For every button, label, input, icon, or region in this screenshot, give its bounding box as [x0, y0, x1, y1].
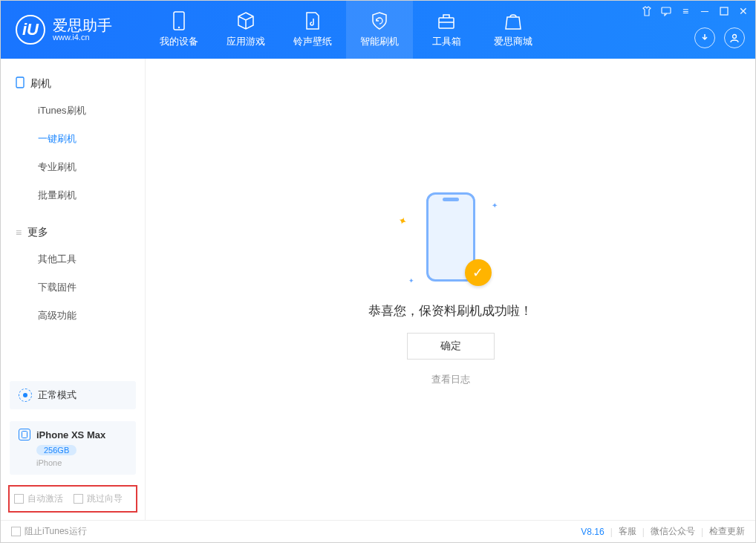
close-button[interactable]: ✕	[737, 5, 749, 17]
tab-apps-games[interactable]: 应用游戏	[212, 1, 279, 59]
sparkle-icon: ✦	[492, 201, 498, 209]
version-label: V8.16	[581, 527, 604, 537]
sidebar-group-flash: 刷机	[1, 71, 145, 97]
device-box[interactable]: iPhone XS Max 256GB iPhone	[10, 421, 136, 475]
header: iU 爱思助手 www.i4.cn 我的设备 应用游戏 铃声壁纸 智能刷机 工具…	[1, 1, 755, 59]
device-type: iPhone	[36, 458, 127, 467]
mode-label: 正常模式	[38, 388, 76, 402]
ok-button[interactable]: 确定	[407, 333, 495, 360]
sidebar-item-other-tools[interactable]: 其他工具	[1, 245, 145, 273]
success-message: 恭喜您，保资料刷机成功啦！	[368, 302, 532, 319]
checkbox-label: 跳过向导	[87, 492, 123, 505]
sidebar: 刷机 iTunes刷机 一键刷机 专业刷机 批量刷机 ≡ 更多 其他工具 下载固…	[1, 59, 146, 520]
tab-ringtone-wallpaper[interactable]: 铃声壁纸	[279, 1, 346, 59]
download-button[interactable]	[694, 27, 715, 48]
sparkle-icon: ✦	[396, 213, 408, 227]
support-link[interactable]: 客服	[619, 525, 636, 538]
checkbox-auto-activate[interactable]: 自动激活	[14, 492, 63, 505]
minimize-button[interactable]: ─	[699, 5, 711, 17]
nav-tabs: 我的设备 应用游戏 铃声壁纸 智能刷机 工具箱 爱思商城	[146, 1, 547, 59]
svg-rect-4	[720, 7, 728, 15]
checkbox-label: 自动激活	[27, 492, 63, 505]
shield-refresh-icon	[370, 11, 389, 30]
success-check-icon: ✓	[465, 259, 492, 286]
checkbox-label: 阻止iTunes运行	[25, 525, 87, 538]
options-highlight-box: 自动激活 跳过向导	[8, 485, 137, 513]
tshirt-icon[interactable]	[641, 5, 653, 17]
device-name: iPhone XS Max	[36, 429, 105, 440]
tab-label: 爱思商城	[494, 35, 532, 48]
tab-label: 我的设备	[160, 35, 198, 48]
cube-icon	[236, 11, 255, 30]
group-title: 更多	[27, 226, 48, 239]
checkbox-icon	[74, 494, 83, 504]
user-button[interactable]	[724, 27, 745, 48]
tab-toolbox[interactable]: 工具箱	[413, 1, 480, 59]
svg-rect-2	[439, 18, 454, 28]
svg-rect-3	[662, 7, 671, 13]
bag-icon	[504, 11, 523, 30]
tab-label: 智能刷机	[360, 35, 399, 48]
mode-box[interactable]: 正常模式	[10, 381, 136, 409]
app-url: www.i4.cn	[53, 33, 112, 42]
svg-point-5	[733, 35, 737, 39]
tab-label: 应用游戏	[227, 35, 265, 48]
success-illustration: ✦ ✦ ✦ ✓	[388, 192, 514, 289]
app-name: 爱思助手	[53, 18, 112, 33]
app-logo-icon: iU	[16, 15, 45, 45]
device-small-icon	[19, 429, 30, 440]
header-circle-buttons	[694, 27, 745, 48]
toolbox-icon	[437, 11, 456, 30]
phone-icon	[169, 11, 189, 30]
menu-icon[interactable]: ≡	[680, 5, 691, 17]
footer: 阻止iTunes运行 V8.16 | 客服 | 微信公众号 | 检查更新	[1, 520, 755, 542]
sidebar-item-pro-flash[interactable]: 专业刷机	[1, 153, 145, 181]
tab-store[interactable]: 爱思商城	[480, 1, 547, 59]
list-icon: ≡	[16, 227, 22, 238]
sidebar-item-advanced[interactable]: 高级功能	[1, 302, 145, 330]
checkbox-icon	[11, 527, 21, 536]
maximize-button[interactable]	[718, 5, 730, 17]
window-controls: ≡ ─ ✕	[641, 5, 749, 17]
sidebar-item-one-click-flash[interactable]: 一键刷机	[1, 125, 145, 153]
checkbox-icon	[14, 494, 24, 504]
tab-label: 工具箱	[432, 35, 461, 48]
svg-rect-7	[22, 432, 27, 438]
sidebar-item-batch-flash[interactable]: 批量刷机	[1, 181, 145, 209]
wechat-link[interactable]: 微信公众号	[651, 525, 695, 538]
feedback-icon[interactable]	[660, 5, 672, 17]
svg-rect-6	[16, 77, 24, 88]
view-log-link[interactable]: 查看日志	[431, 373, 470, 386]
tab-my-device[interactable]: 我的设备	[146, 1, 212, 59]
main-content: ✦ ✦ ✦ ✓ 恭喜您，保资料刷机成功啦！ 确定 查看日志	[146, 59, 755, 520]
check-update-link[interactable]: 检查更新	[709, 525, 745, 538]
svg-point-1	[178, 27, 180, 28]
logo-area: iU 爱思助手 www.i4.cn	[1, 15, 146, 45]
sparkle-icon: ✦	[408, 277, 414, 284]
device-icon	[16, 77, 25, 91]
mode-icon	[19, 388, 32, 402]
group-title: 刷机	[30, 77, 51, 91]
tab-label: 铃声壁纸	[293, 35, 332, 48]
checkbox-block-itunes[interactable]: 阻止iTunes运行	[11, 525, 87, 538]
sidebar-group-more: ≡ 更多	[1, 220, 145, 245]
music-file-icon	[303, 11, 322, 30]
tab-smart-flash[interactable]: 智能刷机	[346, 1, 413, 59]
sidebar-item-itunes-flash[interactable]: iTunes刷机	[1, 97, 145, 125]
storage-badge: 256GB	[36, 445, 76, 455]
checkbox-skip-guide[interactable]: 跳过向导	[74, 492, 123, 505]
sidebar-item-download-firmware[interactable]: 下载固件	[1, 273, 145, 302]
